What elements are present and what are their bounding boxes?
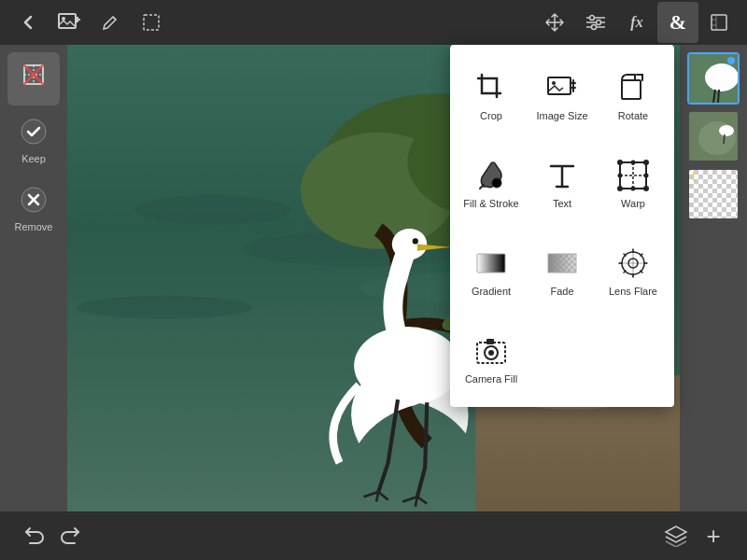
right-panel: !	[680, 45, 747, 511]
keep-tool[interactable]: Keep	[7, 109, 60, 174]
svg-point-22	[77, 296, 251, 319]
popup-grid: Crop Image Size Rotate	[458, 52, 667, 399]
fx-button[interactable]: fx	[616, 2, 657, 43]
crop-label: Crop	[480, 110, 502, 121]
fill-stroke-item[interactable]: Fill & Stroke	[458, 140, 525, 224]
svg-rect-0	[59, 14, 76, 28]
top-toolbar: fx &	[0, 0, 747, 45]
fill-stroke-label: Fill & Stroke	[463, 198, 518, 209]
layer-3-thumb[interactable]: !	[687, 168, 740, 220]
add-image-button[interactable]	[49, 2, 90, 43]
camera-fill-item[interactable]: Camera Fill	[458, 315, 525, 399]
svg-point-44	[492, 178, 501, 188]
layer-1-thumb[interactable]	[687, 52, 740, 105]
move-button[interactable]	[534, 2, 575, 43]
svg-rect-71	[486, 339, 494, 344]
svg-point-54	[618, 174, 623, 178]
text-label: Text	[553, 198, 571, 209]
popup-menu: Crop Image Size Rotate	[450, 45, 674, 407]
back-button[interactable]	[7, 2, 49, 43]
adjustments-button[interactable]	[575, 2, 616, 43]
warp-label: Warp	[621, 198, 645, 209]
svg-point-20	[135, 195, 291, 224]
svg-point-31	[392, 229, 427, 259]
svg-rect-56	[477, 254, 505, 273]
rotate-item[interactable]: Rotate	[599, 52, 667, 136]
left-panel: Keep Remove	[0, 45, 67, 511]
camera-fill-label: Camera Fill	[465, 373, 517, 385]
fade-item[interactable]: Fade	[529, 228, 596, 312]
layer-2-thumb[interactable]	[687, 110, 740, 162]
remove-tool[interactable]: Remove	[7, 177, 60, 242]
svg-rect-43	[622, 80, 641, 99]
crop-icon	[474, 71, 508, 105]
svg-point-32	[413, 238, 418, 244]
checkerboard-bg	[689, 170, 738, 218]
crop-item[interactable]: Crop	[458, 52, 525, 136]
rotate-label: Rotate	[618, 110, 648, 121]
image-size-icon	[545, 71, 579, 105]
cut-tool[interactable]	[7, 52, 60, 105]
gradient-label: Gradient	[472, 286, 511, 297]
layer-1-dot	[727, 57, 735, 64]
svg-rect-11	[712, 15, 726, 30]
svg-point-50	[617, 186, 623, 191]
gradient-item[interactable]: Gradient	[458, 228, 525, 312]
layers-button[interactable]	[657, 517, 695, 554]
lens-flare-icon	[616, 246, 650, 280]
svg-point-17	[21, 119, 46, 144]
svg-point-9	[597, 21, 601, 25]
svg-point-37	[705, 63, 739, 91]
svg-point-8	[590, 16, 595, 21]
svg-point-42	[552, 81, 556, 85]
undo-button[interactable]	[15, 517, 52, 554]
text-icon	[545, 159, 579, 192]
svg-rect-4	[144, 15, 159, 30]
fade-label: Fade	[550, 286, 573, 297]
svg-point-48	[617, 160, 623, 165]
svg-point-49	[643, 160, 649, 165]
svg-point-53	[631, 187, 636, 191]
fill-stroke-icon	[474, 159, 508, 192]
svg-point-40	[719, 125, 734, 136]
svg-rect-41	[548, 77, 571, 94]
rotate-icon	[616, 71, 650, 105]
lens-flare-item[interactable]: Lens Flare	[599, 228, 667, 312]
camera-fill-icon	[474, 334, 508, 368]
warp-item[interactable]: Warp	[599, 140, 667, 224]
selection-button[interactable]	[131, 2, 172, 43]
warp-icon	[616, 159, 650, 192]
blend-button[interactable]: &	[657, 2, 698, 43]
draw-button[interactable]	[90, 2, 131, 43]
bottom-toolbar: +	[0, 511, 747, 560]
add-layer-button[interactable]: +	[695, 517, 732, 554]
expand-button[interactable]	[698, 2, 740, 43]
redo-button[interactable]	[52, 517, 90, 554]
text-item[interactable]: Text	[529, 140, 596, 224]
lens-flare-label: Lens Flare	[609, 286, 657, 297]
gradient-icon	[474, 246, 508, 280]
svg-point-55	[644, 174, 649, 178]
image-size-item[interactable]: Image Size	[529, 52, 596, 136]
image-size-label: Image Size	[536, 110, 587, 121]
layer-exclaim: !	[692, 172, 695, 182]
svg-point-70	[488, 350, 494, 356]
svg-rect-45	[620, 162, 646, 189]
svg-rect-62	[548, 254, 576, 273]
svg-point-10	[592, 25, 597, 30]
svg-point-52	[631, 161, 636, 165]
fade-icon	[545, 246, 579, 280]
svg-point-51	[643, 186, 649, 191]
